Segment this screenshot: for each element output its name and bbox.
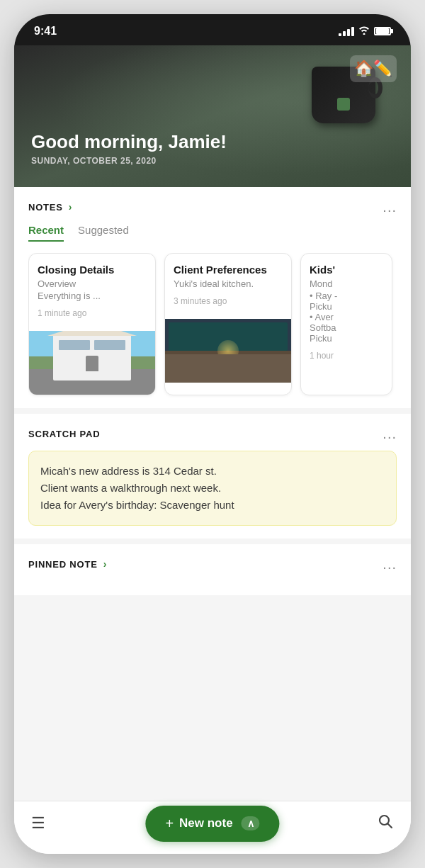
notes-tabs: Recent Suggested <box>28 224 397 242</box>
wifi-icon <box>358 26 370 37</box>
note-card-kids[interactable]: Kids' Mond • Ray -Picku• AverSoftbaPicku… <box>300 253 392 395</box>
note-image-house <box>29 331 155 395</box>
note-preview-closing: Everything is ... <box>38 291 147 301</box>
note-subtitle-kids: Mond <box>310 278 383 289</box>
scratch-pad-content[interactable]: Micah's new address is 314 Cedar st. Cli… <box>28 451 397 526</box>
note-title-kids: Kids' <box>310 264 383 276</box>
chevron-up-icon[interactable]: ∧ <box>242 816 260 830</box>
hero-date: SUNDAY, OCTOBER 25, 2020 <box>31 156 227 166</box>
note-time-kids: 1 hour <box>310 351 383 361</box>
status-icons <box>339 26 391 37</box>
note-time-client: 3 minutes ago <box>174 296 283 306</box>
hero-greeting: Good morning, Jamie! <box>31 131 227 153</box>
note-title-closing: Closing Details <box>38 264 147 276</box>
note-time-closing: 1 minute ago <box>38 308 147 318</box>
battery-icon <box>374 27 391 35</box>
notes-title-row: NOTES › <box>28 201 72 213</box>
pinned-arrow[interactable]: › <box>103 558 107 570</box>
status-bar: 9:41 <box>14 14 411 45</box>
scratch-title: SCRATCH PAD <box>28 429 100 439</box>
new-note-button[interactable]: + New note ∧ <box>145 806 279 842</box>
pinned-title-row: PINNED NOTE › <box>28 558 106 570</box>
search-icon[interactable] <box>377 813 394 834</box>
notes-title: NOTES <box>28 202 63 213</box>
pinned-title: PINNED NOTE <box>28 559 98 570</box>
home-icon[interactable]: 🏠✏️ <box>350 55 397 82</box>
note-title-client: Client Preferences <box>174 264 283 276</box>
scratch-pad-section: SCRATCH PAD ... Micah's new address is 3… <box>14 414 411 539</box>
pinned-header: PINNED NOTE › ... <box>28 557 397 571</box>
notes-arrow[interactable]: › <box>69 201 72 213</box>
new-note-label: New note <box>179 816 233 830</box>
note-card-closing-details[interactable]: Closing Details Overview Everything is .… <box>28 253 156 395</box>
scratch-more-button[interactable]: ... <box>382 427 397 441</box>
pinned-note-section: PINNED NOTE › ... <box>14 544 411 595</box>
svg-line-1 <box>388 824 392 828</box>
pinned-more-button[interactable]: ... <box>382 557 397 571</box>
scratch-text: Micah's new address is 314 Cedar st. Cli… <box>40 463 385 514</box>
note-image-kitchen <box>165 319 291 383</box>
notes-more-button[interactable]: ... <box>382 200 397 214</box>
new-note-plus-icon: + <box>165 816 174 832</box>
menu-icon[interactable]: ☰ <box>31 814 45 833</box>
tab-suggested[interactable]: Suggested <box>78 224 129 242</box>
hero-section: 🏠✏️ Good morning, Jamie! SUNDAY, OCTOBER… <box>14 45 411 187</box>
note-preview-kids: • Ray -Picku• AverSoftbaPicku <box>310 291 383 344</box>
note-subtitle-closing: Overview <box>38 278 147 289</box>
scratch-header: SCRATCH PAD ... <box>28 427 397 441</box>
note-card-client-preferences[interactable]: Client Preferences Yuki's ideal kitchen.… <box>164 253 292 395</box>
hero-text: Good morning, Jamie! SUNDAY, OCTOBER 25,… <box>31 131 227 166</box>
note-subtitle-client: Yuki's ideal kitchen. <box>174 278 283 289</box>
main-content: NOTES › ... Recent Suggested Closing Det… <box>14 187 411 801</box>
notes-section: NOTES › ... Recent Suggested Closing Det… <box>14 187 411 408</box>
notes-header: NOTES › ... <box>28 200 397 214</box>
bottom-nav: ☰ + New note ∧ <box>14 801 411 854</box>
notes-cards-scroll: Closing Details Overview Everything is .… <box>28 253 397 408</box>
signal-icon <box>339 27 354 36</box>
status-time: 9:41 <box>34 25 57 38</box>
tab-recent[interactable]: Recent <box>28 224 64 242</box>
